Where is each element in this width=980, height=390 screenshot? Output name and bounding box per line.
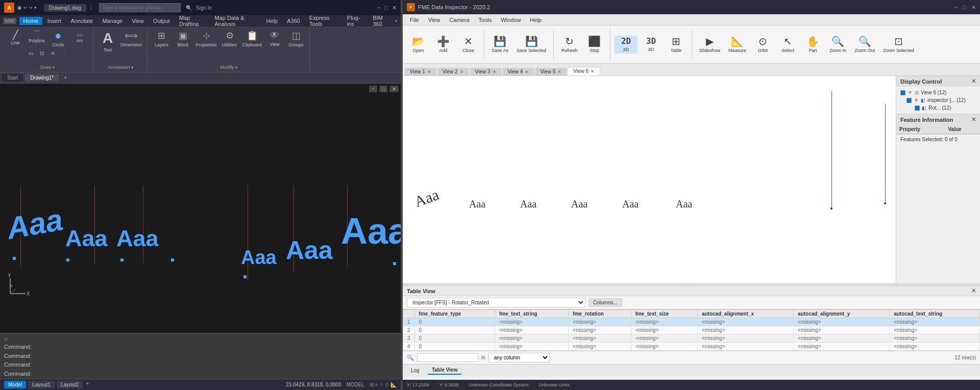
tool-stop[interactable]: ⬛ Stop xyxy=(583,35,606,55)
view-tab-2[interactable]: View 2 ✕ xyxy=(437,68,469,75)
menu-view[interactable]: View xyxy=(128,17,148,25)
view-tab-6-close[interactable]: ✕ xyxy=(591,69,595,74)
col-align-y[interactable]: autocad_alignment_y xyxy=(794,310,890,318)
dataset-selector[interactable]: inspector [FFS] - Rotator_Rotated xyxy=(407,298,585,307)
maximize-icon[interactable]: □ xyxy=(384,5,388,11)
table-scroll-area[interactable]: fme_feature_type fme_text_string fme_rot… xyxy=(403,309,980,351)
tool-save-selected[interactable]: 💾 Save Selected xyxy=(513,35,549,55)
tool-open[interactable]: 📂 Open xyxy=(407,35,430,55)
fme-maximize[interactable]: □ xyxy=(963,4,966,11)
new-tab-btn[interactable]: + xyxy=(61,74,70,82)
ribbon-gradient[interactable]: ≡ xyxy=(48,50,58,57)
ribbon-point[interactable]: · xyxy=(59,50,69,57)
fme-menu-help[interactable]: Help xyxy=(526,16,546,24)
ribbon-polyline[interactable]: ⌒ Polyline xyxy=(27,29,47,45)
close-icon[interactable]: ✕ xyxy=(392,5,397,11)
ribbon-hatch[interactable]: ⊡ xyxy=(37,50,47,57)
view-tab-2-close[interactable]: ✕ xyxy=(460,69,464,74)
filter-input[interactable] xyxy=(417,353,478,362)
sign-in-button[interactable]: Sign In xyxy=(196,5,212,11)
ribbon-layers[interactable]: ⊞ Layers xyxy=(152,29,172,49)
ribbon-groups[interactable]: ◫ Groups xyxy=(286,29,306,49)
ribbon-text[interactable]: A Text xyxy=(97,29,118,54)
menu-home[interactable]: Home xyxy=(19,17,42,25)
tool-2d[interactable]: 2D 2D xyxy=(615,36,638,54)
view-tab-6[interactable]: View 6 ✕ xyxy=(568,67,600,75)
ribbon-circle[interactable]: ● Circle xyxy=(48,29,68,49)
fme-menu-view[interactable]: View xyxy=(424,16,445,24)
view-tab-1[interactable]: View 1 ✕ xyxy=(405,68,436,75)
dc-view6-item[interactable]: ▼ ⊞ View 6 (12) xyxy=(898,89,978,96)
tool-measure[interactable]: 📐 Measure xyxy=(725,35,749,55)
view-tab-3[interactable]: View 3 ✕ xyxy=(470,68,502,75)
col-text-string[interactable]: fme_text_string xyxy=(495,310,569,318)
ribbon-view[interactable]: 👁 View xyxy=(264,29,285,48)
table-row[interactable]: 1 0 <missing> <missing> <missing> <missi… xyxy=(403,318,980,326)
menu-help[interactable]: Help xyxy=(262,17,282,25)
ribbon-properties[interactable]: ⊹ Properties xyxy=(194,29,218,49)
col-text-string-2[interactable]: autocad_text_string xyxy=(890,310,980,318)
tool-zoom-in[interactable]: 🔍 Zoom In xyxy=(826,35,849,55)
minimize-icon[interactable]: − xyxy=(377,5,380,11)
fme-menu-camera[interactable]: Camera xyxy=(445,16,473,24)
fme-minimize[interactable]: − xyxy=(954,4,958,11)
model-tab[interactable]: Model xyxy=(4,381,26,388)
fme-menu-tools[interactable]: Tools xyxy=(475,16,496,24)
ribbon-collapse[interactable]: ▾ xyxy=(395,18,398,23)
canvas-tab-drawing[interactable]: Drawing1* xyxy=(25,74,59,82)
view-tab-5-close[interactable]: ✕ xyxy=(557,69,561,74)
canvas-minimize[interactable]: − xyxy=(369,86,377,92)
dc-inspector-item[interactable]: ▼ ◧ inspector [... (12) xyxy=(898,96,978,104)
menu-insert[interactable]: Insert xyxy=(43,17,66,25)
tool-3d[interactable]: 3D 3D xyxy=(640,36,663,54)
dc-inspector-checkbox[interactable] xyxy=(906,98,912,103)
tool-save-as[interactable]: 💾 Save As xyxy=(488,35,511,55)
col-rotation[interactable]: fme_rotation xyxy=(569,310,631,318)
canvas-tab-start[interactable]: Start xyxy=(2,74,23,82)
layout1-tab[interactable]: Layout1 xyxy=(28,381,55,388)
tool-close[interactable]: ✕ Close xyxy=(457,35,480,55)
tool-orbit[interactable]: ⊙ Orbit xyxy=(751,35,774,55)
ribbon-block[interactable]: ▣ Block xyxy=(173,29,193,49)
menu-bim360[interactable]: BIM 360 xyxy=(369,14,394,28)
fme-close[interactable]: ✕ xyxy=(971,4,976,11)
menu-plugins[interactable]: Plug-ins xyxy=(343,14,368,28)
ribbon-arc[interactable]: ⌓ Arc xyxy=(69,29,90,45)
ribbon-rect[interactable]: ▭ xyxy=(26,50,36,57)
dc-rotator-item[interactable]: ◧ Rot... (12) xyxy=(898,104,978,112)
dc-view6-checkbox[interactable] xyxy=(900,90,905,95)
fme-menu-file[interactable]: File xyxy=(406,16,423,24)
menu-manage[interactable]: Manage xyxy=(98,17,127,25)
autocad-drawing-canvas[interactable]: − □ ✕ Aaa Aaa Aaa Aaa Aaa Aaa Y xyxy=(0,84,401,333)
dc-rotator-checkbox[interactable] xyxy=(915,106,920,111)
columns-button[interactable]: Columns... xyxy=(589,298,622,307)
tool-slideshow[interactable]: ▶ Slideshow xyxy=(696,35,723,55)
tool-add[interactable]: ➕ Add xyxy=(432,35,455,55)
col-text-size[interactable]: fme_text_size xyxy=(631,310,697,318)
filter-column-selector[interactable]: any column xyxy=(488,353,550,362)
menu-map-drafting[interactable]: Map Drafting xyxy=(175,14,210,28)
ribbon-clipboard[interactable]: 📋 Clipboard xyxy=(241,29,264,49)
table-row[interactable]: 4 0 <missing> <missing> <missing> <missi… xyxy=(403,343,980,351)
log-tab[interactable]: Log xyxy=(407,367,424,374)
tool-refresh[interactable]: ↻ Refresh xyxy=(558,35,581,55)
menu-output[interactable]: Output xyxy=(149,17,174,25)
view-tab-4[interactable]: View 4 ✕ xyxy=(503,68,534,75)
ribbon-dimension[interactable]: ⟺ Dimension xyxy=(119,29,144,49)
col-align-x[interactable]: autocad_alignment_x xyxy=(697,310,793,318)
menu-annotate[interactable]: Annotate xyxy=(66,17,97,25)
autocad-tab-drawing[interactable]: Drawing1.dwg xyxy=(44,4,86,12)
table-view-tab[interactable]: Table View xyxy=(428,366,462,375)
ribbon-line[interactable]: ╱ Line xyxy=(5,29,26,47)
menu-a360[interactable]: A360 xyxy=(283,17,304,25)
menu-map-data[interactable]: Map Data & Analysis xyxy=(210,14,261,28)
fme-menu-window[interactable]: Window xyxy=(497,16,525,24)
display-control-close[interactable]: ✕ xyxy=(971,78,976,85)
tool-select[interactable]: ↖ Select xyxy=(776,35,799,55)
ribbon-utilities[interactable]: ⚙ Utilities xyxy=(219,29,240,49)
view-tab-5[interactable]: View 5 ✕ xyxy=(535,68,567,75)
feature-info-close[interactable]: ✕ xyxy=(971,116,976,123)
autocad-search[interactable] xyxy=(99,3,181,12)
fme-canvas[interactable]: Aaa Aaa Aaa Aaa Aaa Aaa xyxy=(403,76,896,283)
tool-pan[interactable]: ✋ Pan xyxy=(801,35,824,55)
